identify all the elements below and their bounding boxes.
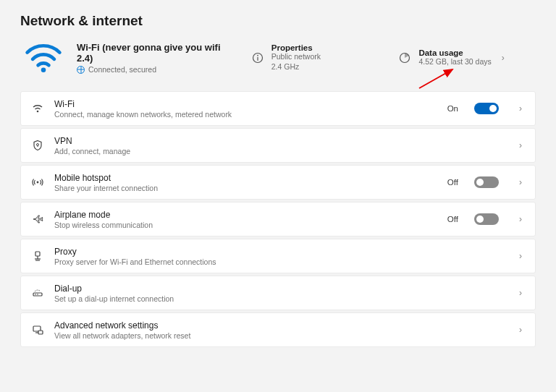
data-usage-icon <box>398 51 411 64</box>
row-wifi-sub: Connect, manage known networks, metered … <box>54 110 437 119</box>
row-advanced[interactable]: Advanced network settings View all netwo… <box>20 312 536 347</box>
dialup-icon <box>31 286 44 299</box>
chevron-right-icon: › <box>516 177 525 187</box>
row-hotspot-sub: Share your internet connection <box>54 184 437 192</box>
proxy-icon <box>31 250 44 263</box>
row-advanced-sub: View all network adapters, network reset <box>54 331 506 340</box>
hotspot-icon <box>31 176 44 189</box>
data-usage-tile[interactable]: Data usage 4.52 GB, last 30 days › <box>398 48 533 67</box>
svg-rect-19 <box>38 331 43 334</box>
globe-icon <box>77 66 85 74</box>
properties-line2: 2.4 GHz <box>271 62 321 72</box>
svg-point-0 <box>41 68 46 73</box>
row-vpn[interactable]: VPN Add, connect, manage › <box>20 128 536 163</box>
chevron-right-icon: › <box>516 288 525 298</box>
connection-status: Connected, secured <box>77 65 238 74</box>
properties-tile[interactable]: Properties Public network 2.4 GHz <box>251 43 386 72</box>
row-proxy-title: Proxy <box>54 247 506 257</box>
chevron-right-icon: › <box>516 140 525 150</box>
row-dialup[interactable]: Dial-up Set up a dial-up internet connec… <box>20 276 536 310</box>
row-airplane[interactable]: Airplane mode Stop wireless communicatio… <box>20 202 536 237</box>
data-usage-label: Data usage <box>418 48 491 57</box>
shield-icon <box>31 139 44 152</box>
chevron-right-icon: › <box>499 53 507 63</box>
wifi-small-icon <box>31 102 44 115</box>
row-wifi-state: On <box>447 104 458 113</box>
airplane-toggle[interactable] <box>474 213 499 225</box>
svg-point-15 <box>35 294 36 295</box>
svg-point-9 <box>37 182 39 184</box>
chevron-right-icon: › <box>516 103 525 114</box>
hotspot-toggle[interactable] <box>474 176 499 188</box>
svg-rect-10 <box>35 252 40 256</box>
wifi-icon <box>23 43 64 73</box>
row-vpn-sub: Add, connect, manage <box>54 147 506 155</box>
row-hotspot-title: Mobile hotspot <box>54 173 437 183</box>
page-title: Network & internet <box>20 13 536 29</box>
row-airplane-state: Off <box>447 215 458 223</box>
connection-title: Wi-Fi (never gonna give you wifi 2.4) <box>77 42 238 64</box>
hero-section: Wi-Fi (never gonna give you wifi 2.4) Co… <box>20 42 536 74</box>
row-hotspot[interactable]: Mobile hotspot Share your internet conne… <box>20 165 536 200</box>
info-icon <box>251 51 264 64</box>
row-wifi[interactable]: Wi-Fi Connect, manage known networks, me… <box>20 91 536 126</box>
row-proxy[interactable]: Proxy Proxy server for Wi-Fi and Etherne… <box>20 239 536 273</box>
row-advanced-title: Advanced network settings <box>54 320 506 331</box>
advanced-icon <box>31 323 44 336</box>
row-proxy-sub: Proxy server for Wi-Fi and Ethernet conn… <box>54 257 506 266</box>
chevron-right-icon: › <box>516 325 525 335</box>
svg-point-6 <box>37 111 39 113</box>
row-airplane-sub: Stop wireless communication <box>54 221 437 229</box>
row-wifi-title: Wi-Fi <box>54 99 437 109</box>
chevron-right-icon: › <box>516 251 525 261</box>
row-vpn-title: VPN <box>54 136 506 146</box>
svg-point-3 <box>257 55 258 56</box>
data-usage-detail: 4.52 GB, last 30 days <box>418 57 491 67</box>
chevron-right-icon: › <box>516 214 525 224</box>
airplane-icon <box>31 213 44 226</box>
row-airplane-title: Airplane mode <box>54 210 437 220</box>
row-dialup-sub: Set up a dial-up internet connection <box>54 294 506 303</box>
svg-rect-8 <box>38 145 38 147</box>
wifi-toggle[interactable] <box>474 103 499 114</box>
svg-rect-2 <box>257 57 258 61</box>
row-dialup-title: Dial-up <box>54 284 506 294</box>
properties-label: Properties <box>271 43 321 52</box>
settings-list: Wi-Fi Connect, manage known networks, me… <box>20 91 536 347</box>
svg-point-16 <box>37 294 38 295</box>
properties-line1: Public network <box>271 52 321 62</box>
row-hotspot-state: Off <box>447 178 458 187</box>
